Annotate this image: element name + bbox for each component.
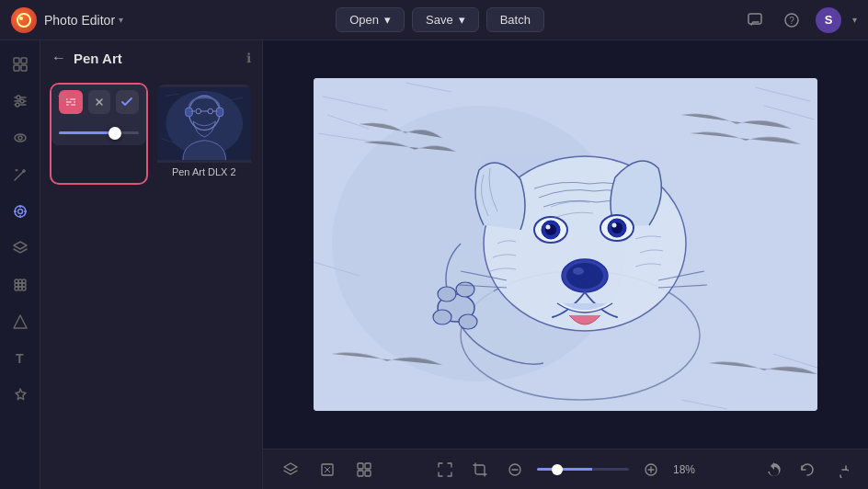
sidebar-icon-text[interactable]: T — [4, 342, 37, 375]
svg-point-71 — [546, 225, 551, 230]
filter-item-pen-art[interactable]: ☆ — [50, 83, 148, 185]
help-icon-button[interactable]: ? — [779, 7, 805, 33]
batch-button[interactable]: Batch — [486, 7, 544, 32]
svg-point-78 — [573, 267, 584, 275]
filter-intensity-slider[interactable] — [59, 131, 139, 134]
zoom-in-icon[interactable] — [638, 457, 664, 483]
sidebar-icon-layers[interactable] — [4, 232, 37, 265]
pen-art-panel: ← Pen Art ℹ ☆ — [40, 40, 263, 489]
sidebar-icon-eye[interactable] — [4, 121, 37, 154]
svg-marker-32 — [14, 315, 27, 328]
filter-item-pen-art-inner: ☆ — [51, 85, 146, 145]
panel-info-button[interactable]: ℹ — [246, 51, 251, 65]
dog-artwork — [314, 78, 817, 411]
bottom-left-tools — [278, 457, 377, 483]
history-icon[interactable] — [761, 457, 787, 483]
panel-back-button[interactable]: ← — [51, 50, 66, 66]
sidebar-icon-grid[interactable] — [4, 268, 37, 301]
svg-point-38 — [72, 101, 74, 104]
bottom-center-zoom: 18% — [432, 457, 706, 483]
sidebar-icon-magic[interactable] — [4, 158, 37, 191]
sidebar-icon-home[interactable] — [4, 48, 37, 81]
svg-point-80 — [438, 287, 456, 301]
panel-title: Pen Art — [74, 51, 239, 66]
open-button[interactable]: Open ▾ — [336, 7, 405, 32]
header-center: Open ▾ Save ▾ Batch — [336, 7, 544, 32]
svg-point-82 — [433, 310, 451, 324]
svg-point-83 — [459, 314, 477, 329]
svg-rect-6 — [21, 58, 27, 63]
svg-text:?: ? — [789, 16, 794, 26]
svg-rect-90 — [365, 463, 371, 469]
svg-point-75 — [612, 223, 617, 228]
svg-point-14 — [16, 103, 19, 107]
bottom-toolbar: 18% — [263, 449, 868, 489]
svg-point-13 — [20, 99, 24, 103]
svg-point-15 — [15, 134, 26, 142]
svg-rect-89 — [358, 463, 363, 469]
app-logo — [11, 7, 37, 33]
svg-rect-5 — [14, 58, 19, 63]
layer-icon[interactable] — [278, 457, 303, 483]
svg-rect-8 — [21, 65, 27, 71]
svg-point-12 — [17, 96, 20, 99]
undo-icon[interactable] — [794, 457, 820, 483]
crop-icon[interactable] — [467, 457, 493, 483]
zoom-out-icon[interactable] — [502, 457, 528, 483]
svg-rect-46 — [216, 108, 223, 116]
transform-icon[interactable] — [314, 457, 340, 483]
svg-point-77 — [566, 263, 603, 289]
canvas-area: 18% — [263, 40, 868, 489]
grid-view-icon[interactable] — [351, 457, 377, 483]
filter-slider-row — [51, 119, 146, 145]
filter-grid: ☆ — [40, 75, 262, 192]
chat-icon-button[interactable] — [742, 7, 768, 33]
sidebar-icon-sliders[interactable] — [4, 85, 37, 118]
sidebar-icon-tag[interactable] — [4, 195, 37, 228]
filter-dlx2-label: Pen Art DLX 2 — [157, 163, 252, 183]
favorite-icon[interactable]: ☆ — [57, 90, 68, 104]
filter-cancel-icon[interactable] — [88, 90, 110, 114]
filter-confirm-icon[interactable] — [116, 90, 138, 114]
svg-point-0 — [17, 14, 30, 27]
svg-point-1 — [19, 17, 23, 20]
svg-rect-91 — [358, 471, 363, 476]
svg-point-18 — [17, 210, 22, 214]
sidebar-icon-badge[interactable] — [4, 379, 37, 412]
header-expand-chevron[interactable]: ▾ — [852, 15, 857, 25]
title-chevron[interactable]: ▾ — [119, 15, 123, 25]
zoom-slider[interactable] — [537, 468, 629, 471]
canvas-main[interactable] — [263, 40, 868, 449]
zoom-percent: 18% — [673, 463, 706, 476]
app-header: Photo Editor ▾ Open ▾ Save ▾ Batch ? S ▾ — [0, 0, 868, 40]
main-body: T ← Pen Art ℹ ☆ — [0, 40, 868, 489]
icon-sidebar: T — [0, 40, 40, 489]
svg-rect-7 — [14, 65, 19, 71]
svg-point-39 — [69, 104, 72, 107]
svg-point-16 — [18, 136, 22, 140]
svg-text:T: T — [16, 351, 24, 366]
sidebar-icon-export[interactable] — [4, 305, 37, 338]
filter-dlx2-thumbnail — [157, 85, 252, 163]
svg-point-81 — [456, 282, 474, 297]
bottom-right-history — [761, 457, 853, 483]
save-button[interactable]: Save ▾ — [412, 7, 479, 32]
svg-rect-92 — [365, 471, 371, 476]
svg-point-31 — [22, 287, 26, 290]
redo-icon[interactable] — [828, 457, 853, 483]
user-avatar[interactable]: S — [816, 7, 841, 33]
header-actions: ? S ▾ — [742, 7, 857, 33]
svg-rect-45 — [185, 108, 191, 116]
app-title: Photo Editor — [44, 13, 115, 28]
filter-item-pen-art-dlx2[interactable]: Pen Art DLX 2 — [155, 83, 254, 185]
panel-header: ← Pen Art ℹ — [40, 40, 262, 75]
fit-view-icon[interactable] — [432, 457, 458, 483]
